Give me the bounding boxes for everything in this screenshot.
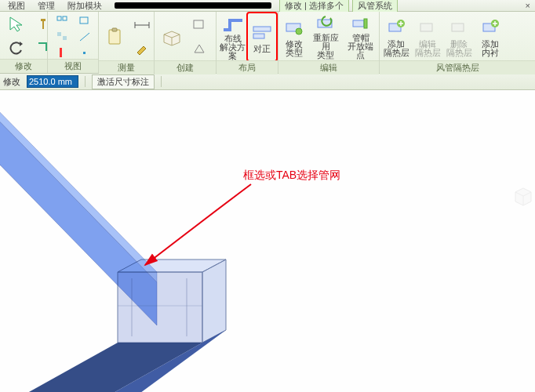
options-bar: 修改 激活尺寸标注 [0,74,535,90]
svg-marker-0 [10,17,22,31]
svg-rect-30 [452,24,464,31]
justify-label: 对正 [253,45,271,53]
panel-title-view: 视图 [48,59,98,73]
remove-insulation-label: 删除 隔热层 [446,40,472,57]
panel-title-measure: 测量 [99,60,154,74]
edit-insulation-label: 编辑 隔热层 [415,40,441,57]
brush-icon [134,42,150,56]
panel-title-edit: 编辑 [278,60,379,74]
options-separator-2 [161,76,162,87]
undo-icon [9,41,24,55]
remove-insulation-icon [448,16,470,38]
svg-marker-1 [20,42,23,46]
modify-tool-button[interactable] [5,14,28,34]
svg-marker-36 [0,104,157,282]
edit-insulation-button[interactable]: 编辑 隔热层 [413,13,442,60]
svg-rect-2 [41,19,45,21]
cap-ends-icon [350,14,372,32]
paint-tool-button[interactable] [130,38,154,59]
mini-tool-5[interactable] [53,45,73,60]
svg-rect-7 [57,32,61,36]
reapply-icon [315,14,337,32]
mini-tool-2[interactable] [75,13,95,29]
panel-title-create: 创建 [155,60,216,74]
add-insulation-button[interactable]: 添加 隔热层 [381,13,411,60]
panel-create: 创建 [155,12,217,73]
create-mini-1[interactable] [187,15,211,35]
panel-insulation: 添加 隔热层 编辑 隔热层 删除 隔热层 添加 内衬 风管隔热 [380,12,535,73]
panel-edit: 修改 类型 重新应用 类型 管帽 开放端点 编辑 [278,12,380,73]
svg-rect-5 [63,16,67,20]
svg-rect-18 [253,27,271,31]
change-type-label: 修改 类型 [286,40,303,57]
measure-tool-button[interactable] [130,15,154,35]
edit-insulation-icon [417,16,439,38]
cap-open-ends-button[interactable]: 管帽 开放端点 [344,13,377,60]
reapply-type-button[interactable]: 重新应用 类型 [309,13,342,60]
svg-rect-6 [80,17,88,24]
add-lining-label: 添加 内衬 [482,40,499,57]
reapply-label: 重新应用 类型 [310,34,341,60]
viewcube-icon[interactable] [511,184,535,208]
svg-rect-13 [112,28,117,31]
redacted-block [115,2,271,9]
svg-marker-37 [118,272,202,343]
mini-tool-3[interactable] [53,29,73,45]
dimension-value-input[interactable] [27,75,78,88]
duct-geometry [0,90,535,392]
activate-dimensions-button[interactable]: 激活尺寸标注 [92,74,155,89]
panel-grid-tools: 视图 [48,12,99,73]
justify-icon [251,21,273,43]
menu-tab-view[interactable]: 视图 [3,0,30,12]
cursor-icon [8,16,25,33]
svg-line-9 [80,33,89,41]
svg-rect-19 [253,34,264,38]
routing-icon [222,14,244,33]
panel-measure: 测量 [99,12,155,73]
paste-button[interactable] [104,13,127,60]
change-type-icon [283,16,305,38]
svg-rect-4 [57,16,61,20]
options-separator-1 [85,76,86,87]
add-insulation-label: 添加 隔热层 [384,40,409,57]
add-insulation-icon [385,16,407,38]
svg-rect-23 [353,20,364,27]
mini-tool-1[interactable] [53,13,73,29]
add-lining-button[interactable]: 添加 内衬 [475,13,505,60]
svg-rect-10 [60,48,62,57]
context-tab-modify[interactable]: 修改 | 选择多个 [279,0,349,12]
panel-title-layout: 布局 [217,60,278,74]
create-box-button[interactable] [159,13,184,60]
undo-tool-button[interactable] [5,38,28,58]
change-type-button[interactable]: 修改 类型 [280,13,308,60]
options-label: 修改 [3,76,20,88]
cap-ends-label: 管帽 开放端点 [345,34,377,60]
panel-title-modify: 修改 [0,59,47,73]
clipboard-icon [104,26,126,48]
create-mini-2[interactable] [187,38,211,59]
close-icon[interactable]: × [526,1,530,10]
justify-button[interactable]: 对正 [248,13,276,60]
routing-solutions-button[interactable]: 布线 解决方案 [218,13,248,60]
menu-strip: 视图 管理 附加模块 修改 | 选择多个 风管系统 × [0,0,535,12]
dimension-icon [133,17,151,33]
menu-tab-addins[interactable]: 附加模块 [63,0,107,12]
svg-marker-39 [202,260,226,343]
menu-tab-manage[interactable]: 管理 [33,0,60,12]
panel-modify: 修改 [0,12,48,73]
svg-rect-24 [364,19,367,28]
svg-rect-29 [420,24,432,31]
ribbon: 修改 视图 [0,12,535,74]
viewport-3d[interactable]: 框选或TAB选择管网 [0,90,535,392]
svg-rect-17 [194,20,203,28]
mini-tool-6[interactable] [75,45,95,60]
remove-insulation-button[interactable]: 删除 隔热层 [444,13,474,60]
context-tab-ductsystem[interactable]: 风管系统 [352,0,398,12]
svg-rect-8 [63,36,67,40]
panel-title-insulation: 风管隔热层 [380,60,535,74]
panel-layout: 布线 解决方案 对正 布局 [217,12,278,73]
annotation-text: 框选或TAB选择管网 [243,169,340,183]
svg-rect-11 [83,52,86,54]
mini-tool-4[interactable] [75,29,95,45]
routing-label: 布线 解决方案 [219,34,247,60]
